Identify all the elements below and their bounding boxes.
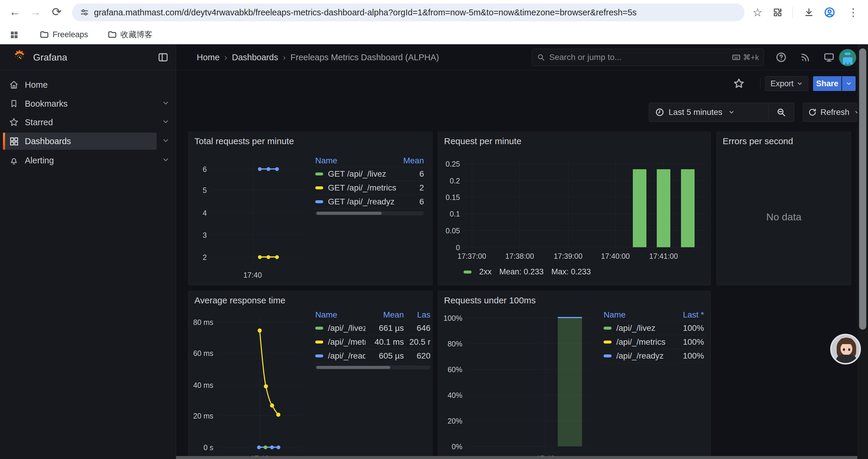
breadcrumb-dashboards[interactable]: Dashboards [232, 53, 278, 62]
series-swatch [315, 200, 323, 203]
apps-grid-icon[interactable] [6, 27, 22, 42]
legend-header-last[interactable]: Last * [672, 310, 704, 320]
legend-table: Name Mean Las /api/_/livez 661 µs 646 /a… [315, 308, 430, 369]
chevron-down-icon[interactable] [162, 118, 171, 126]
actions-divider [760, 78, 761, 90]
legend-header-name[interactable]: Name [315, 310, 366, 320]
chevron-down-icon [797, 80, 803, 87]
grafana-app: Grafana Home Bookmarks Starred Dashboard… [0, 44, 868, 459]
bookmark-folder-freeleaps[interactable]: Freeleaps [36, 28, 92, 41]
grafana-logo-icon[interactable] [12, 49, 27, 67]
legend-header-name[interactable]: Name [603, 310, 672, 320]
y-tick: 2 [193, 253, 207, 262]
legend-row[interactable]: /api/_/metrics 40.1 ms 20.5 r [315, 335, 430, 349]
page-scrollbar-thumb[interactable] [859, 48, 866, 330]
legend-row[interactable]: GET /api/_/metrics 2 [315, 181, 424, 195]
legend-row[interactable]: GET /api/_/livez 6 [315, 167, 424, 181]
bookmark-folder-label: Freeleaps [53, 30, 88, 39]
extensions-icon[interactable] [770, 5, 785, 20]
search-input[interactable]: Search or jump to... ⌘+k [532, 49, 764, 66]
data-point [275, 167, 279, 171]
page-scrollbar[interactable] [857, 44, 868, 459]
help-icon[interactable] [773, 50, 789, 65]
data-point [257, 446, 261, 449]
url-text[interactable]: grafana.mathmast.com/d/deytv4rwavabkb/fr… [94, 8, 637, 18]
address-bar[interactable]: grafana.mathmast.com/d/deytv4rwavabkb/fr… [72, 4, 745, 21]
bookmark-icon [3, 99, 25, 108]
browser-profile-icon[interactable] [822, 5, 837, 20]
bookmark-folder-blogs[interactable]: 收藏博客 [104, 28, 156, 41]
bookmark-star-icon[interactable]: ☆ [750, 5, 765, 20]
downloads-icon[interactable] [801, 5, 816, 20]
legend-header-mean[interactable]: Mean [366, 310, 404, 320]
legend-header-mean[interactable]: Mean [400, 156, 424, 165]
site-settings-icon[interactable] [80, 8, 89, 17]
refresh-interval-button[interactable] [854, 103, 857, 121]
sidebar-item-home[interactable]: Home [3, 76, 157, 93]
panel-under-100ms: Requests under 100ms 100% 80% 60% 40% 20… [438, 291, 711, 459]
browser-forward-button[interactable]: → [27, 4, 44, 20]
legend-header-name[interactable]: Name [315, 156, 400, 165]
breadcrumb-current: Freeleaps Metrics Dashboard (ALPHA) [290, 53, 439, 62]
panel-title[interactable]: Request per minute [444, 136, 522, 146]
time-range-picker[interactable]: Last 5 minutes [649, 103, 768, 121]
sidebar-item-bookmarks[interactable]: Bookmarks [3, 95, 157, 112]
legend-row[interactable]: GET /api/_/readyz 6 [315, 195, 424, 209]
refresh-group: Refresh [803, 103, 857, 122]
legend-row[interactable]: /api/_/livez 661 µs 646 [315, 321, 430, 335]
series-mean: 40.1 ms [366, 337, 404, 347]
gridline [212, 169, 304, 169]
sidebar-item-alerting[interactable]: Alerting [3, 152, 157, 169]
panel-title[interactable]: Errors per second [723, 136, 793, 146]
browser-back-button[interactable]: ← [6, 4, 23, 20]
breadcrumb-home[interactable]: Home [197, 53, 219, 62]
legend-table: Name Mean GET /api/_/livez 6 GET /api/_/… [315, 154, 424, 215]
collapse-sidebar-icon[interactable] [158, 52, 168, 63]
legend-row[interactable]: /api/_/readyz 100% [603, 349, 704, 363]
legend-row[interactable]: /api/_/livez 100% [603, 321, 704, 335]
share-button[interactable]: Share [813, 76, 841, 91]
chevron-down-icon[interactable] [162, 156, 171, 164]
gridline [212, 190, 304, 190]
bar-2xx [633, 169, 646, 247]
chevron-down-icon[interactable] [162, 99, 171, 107]
active-accent-bar [3, 133, 5, 150]
breadcrumb: Home › Dashboards › Freeleaps Metrics Da… [197, 44, 439, 70]
legend-scrollbar[interactable] [315, 211, 424, 215]
series-line-metrics [188, 291, 307, 459]
share-menu-button[interactable] [842, 76, 856, 91]
kiosk-monitor-icon[interactable] [821, 50, 837, 65]
sidebar-item-label: Alerting [25, 156, 54, 165]
series-name: /api/_/readyz [616, 351, 672, 361]
horizontal-scrollbar[interactable] [176, 456, 857, 459]
browser-reload-button[interactable]: ⟳ [49, 4, 65, 20]
legend-scrollbar[interactable] [315, 365, 430, 369]
x-tick: 17:40 [240, 271, 265, 280]
news-rss-icon[interactable] [798, 50, 813, 65]
bell-icon [3, 155, 25, 165]
floating-assistant-avatar[interactable] [830, 334, 861, 364]
data-point [277, 446, 280, 449]
user-avatar[interactable] [839, 49, 856, 66]
refresh-button[interactable]: Refresh [803, 103, 854, 121]
x-tick: 17:41:00 [643, 252, 684, 261]
legend-row[interactable]: /api/_/metrics 100% [603, 335, 704, 349]
panel-title[interactable]: Requests under 100ms [444, 295, 536, 305]
favorite-dashboard-icon[interactable] [733, 78, 745, 90]
sidebar-item-dashboards[interactable]: Dashboards [3, 133, 157, 150]
sidebar-header: Grafana [0, 44, 176, 70]
bar-under-100ms [558, 318, 582, 446]
avatar-eye [843, 348, 845, 351]
zoom-out-button[interactable] [769, 103, 794, 121]
browser-toolbar: ← → ⟳ grafana.mathmast.com/d/deytv4rwava… [0, 0, 868, 25]
sidebar-item-starred[interactable]: Starred [3, 114, 157, 131]
legend-inline[interactable]: 2xx Mean: 0.233 Max: 0.233 [464, 267, 591, 276]
main-area: Home › Dashboards › Freeleaps Metrics Da… [176, 44, 857, 459]
export-button[interactable]: Export [765, 76, 808, 91]
browser-menu-icon[interactable]: ⋮ [845, 5, 861, 20]
legend-header-last[interactable]: Las [404, 310, 430, 320]
panel-title[interactable]: Total requests per minute [194, 136, 294, 146]
chevron-down-icon[interactable] [162, 137, 171, 144]
series-swatch [603, 355, 612, 357]
legend-row[interactable]: /api/_/readyz 605 µs 620 [315, 349, 430, 363]
